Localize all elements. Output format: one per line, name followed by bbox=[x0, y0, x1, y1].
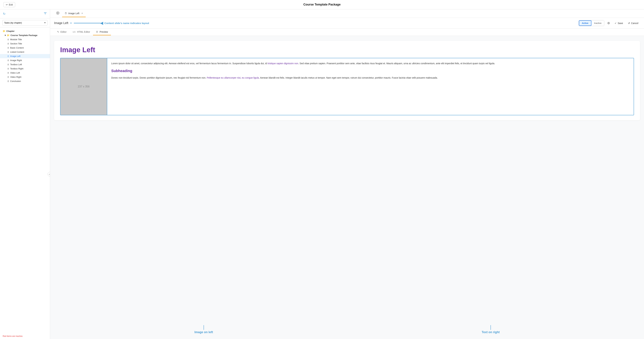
inactive-toggle-button[interactable]: Inactive bbox=[592, 20, 604, 26]
annotation-label-image-left: Image on left bbox=[194, 331, 213, 334]
sidebar-select-wrapper: Tasks (by chapter) bbox=[0, 18, 50, 27]
sidebar-tree: 📁 Chapter ▾ 📁 Course Template Package 🗒 … bbox=[0, 27, 50, 333]
sidebar-item-image-right[interactable]: 🗒 Image Right bbox=[0, 58, 50, 62]
annotation-line-right bbox=[490, 325, 491, 330]
para1-before: Lorem ipsum dolor sit amet, consectetur … bbox=[111, 62, 268, 65]
tab-label: Image Left bbox=[68, 12, 79, 15]
sidebar-item-label: Image Right bbox=[10, 59, 22, 61]
sidebar-chapter-root[interactable]: 📁 Chapter bbox=[0, 29, 50, 33]
svg-point-1 bbox=[57, 12, 58, 13]
file-icon: 🗒 bbox=[7, 80, 9, 82]
sidebar-item-label: Video Right bbox=[10, 76, 22, 78]
para2-before: Donec non tincidunt turpis. Donec portti… bbox=[111, 76, 207, 79]
sidebar-toolbar-icons: ↻ bbox=[3, 12, 6, 16]
folder-icon: 📁 bbox=[7, 34, 10, 36]
status-toggle: Active Inactive bbox=[579, 20, 604, 26]
file-icon: 🗒 bbox=[7, 59, 9, 61]
preview-scroll-area: Image Left 237 x 356 Lorem ipsum dolor s… bbox=[50, 36, 644, 339]
image-placeholder: 237 x 356 bbox=[60, 58, 107, 115]
exit-button[interactable]: ↩ Exit bbox=[3, 2, 15, 7]
tab-preview[interactable]: 🗒 Preview bbox=[93, 29, 111, 35]
html-icon: </> bbox=[73, 31, 76, 33]
arrow-shaft bbox=[74, 23, 100, 23]
sidebar-item-label: Basic Content bbox=[10, 46, 24, 49]
sidebar: ↻ Tasks (by chapter) 📁 Chapter ▾ 📁 Cours… bbox=[0, 9, 50, 339]
sidebar-item-label: Module Title bbox=[10, 38, 22, 41]
para1-link: tristique sapien dignissim non bbox=[268, 62, 298, 65]
editor-tabs: ✎ Editor </> HTML Editor 🗒 Preview bbox=[50, 28, 644, 36]
settings-gear-button[interactable]: ⚙ bbox=[606, 21, 611, 26]
para2-after: . Aenean blandit est felis. Integer blan… bbox=[259, 76, 438, 79]
tab-editor[interactable]: ✎ Editor bbox=[54, 29, 70, 35]
preview-card: Image Left 237 x 356 Lorem ipsum dolor s… bbox=[54, 41, 640, 120]
sidebar-item-label: Course Template Package bbox=[10, 34, 38, 36]
exit-icon: ↩ bbox=[6, 3, 8, 6]
text-content: Lorem ipsum dolor sit amet, consectetur … bbox=[107, 58, 634, 115]
file-icon: 🗒 bbox=[7, 47, 9, 49]
text-paragraph-1: Lorem ipsum dolor sit amet, consectetur … bbox=[111, 61, 630, 65]
annotation-line-left bbox=[204, 325, 204, 330]
file-icon: 🗒 bbox=[7, 43, 9, 45]
active-toggle-button[interactable]: Active bbox=[579, 20, 592, 26]
filter-icon-button[interactable] bbox=[43, 11, 47, 16]
sidebar-toolbar: ↻ bbox=[0, 9, 50, 18]
text-paragraph-2: Donec non tincidunt turpis. Donec portti… bbox=[111, 76, 630, 80]
preview-icon: 🗒 bbox=[96, 31, 98, 33]
arrow-head-icon: ◀ bbox=[100, 21, 103, 25]
tab-home[interactable] bbox=[54, 9, 62, 18]
slide-name: Image Left bbox=[54, 21, 68, 25]
tab-close-button[interactable]: ✕ bbox=[81, 12, 83, 14]
save-button[interactable]: ✓ Save bbox=[613, 21, 625, 25]
image-text-layout: 237 x 356 Lorem ipsum dolor sit amet, co… bbox=[60, 58, 634, 115]
file-icon: 🗒 bbox=[7, 68, 9, 70]
slide-header: Image Left ✏ ◀ Content slide's name indi… bbox=[50, 18, 644, 28]
sidebar-item-listed-content[interactable]: 🗒 Listed Content bbox=[0, 50, 50, 54]
sidebar-item-label: Textbox Right bbox=[10, 67, 24, 70]
arrow-line: ◀ bbox=[74, 21, 103, 25]
sidebar-item-image-left[interactable]: 🗒 Image Left bbox=[0, 54, 50, 58]
sidebar-item-label: Listed Content bbox=[10, 51, 24, 53]
sidebar-item-basic-content[interactable]: 🗒 Basic Content bbox=[0, 46, 50, 50]
chapter-label: Chapter bbox=[6, 30, 14, 32]
sidebar-item-label: Image Left bbox=[10, 55, 20, 57]
exit-label: Exit bbox=[9, 3, 13, 6]
html-editor-tab-label: HTML Editor bbox=[77, 30, 90, 33]
edit-icon-button[interactable]: ✏ bbox=[70, 21, 72, 25]
sidebar-item-video-left[interactable]: 🗒 Video Left bbox=[0, 71, 50, 75]
sidebar-item-conclusion[interactable]: 🗒 Conclusion bbox=[0, 79, 50, 83]
preview-area: Image Left 237 x 356 Lorem ipsum dolor s… bbox=[50, 36, 644, 325]
page-title: Course Template Package bbox=[304, 3, 341, 6]
expand-icon: ▾ bbox=[5, 34, 6, 36]
slide-actions: Active Inactive ⚙ ✓ Save ↺ Cancel bbox=[579, 20, 640, 26]
sidebar-item-label: Textbox Left bbox=[10, 63, 22, 66]
preview-tab-label: Preview bbox=[100, 30, 108, 33]
tab-image-left[interactable]: 🗒 Image Left ✕ bbox=[62, 10, 86, 17]
preview-title: Image Left bbox=[60, 46, 634, 54]
annotation-text: Content slide's name indicates layout bbox=[104, 22, 149, 24]
annotation-arrow: ◀ Content slide's name indicates layout bbox=[74, 21, 149, 25]
file-icon: 🗒 bbox=[7, 72, 9, 74]
para1-after: . Sed vitae pretium sapien. Praesent por… bbox=[298, 62, 495, 65]
cancel-button[interactable]: ↺ Cancel bbox=[626, 21, 640, 25]
annotation-label-text-right: Text on right bbox=[482, 331, 500, 334]
top-bar-left: ↩ Exit bbox=[3, 2, 15, 7]
refresh-icon-button[interactable]: ↻ bbox=[3, 12, 6, 16]
editor-pencil-icon: ✎ bbox=[57, 30, 59, 33]
sidebar-item-textbox-right[interactable]: 🗒 Textbox Right bbox=[0, 66, 50, 71]
bottom-annotation: Image on left Text on right bbox=[50, 325, 644, 339]
sidebar-item-label: Video Left bbox=[10, 71, 20, 74]
subheading: Subheading bbox=[111, 68, 630, 74]
sidebar-item-textbox-left[interactable]: 🗒 Textbox Left bbox=[0, 62, 50, 66]
save-label: Save bbox=[618, 22, 623, 24]
file-icon: 🗒 bbox=[7, 76, 9, 78]
sidebar-item-course-template[interactable]: ▾ 📁 Course Template Package bbox=[0, 33, 50, 37]
tab-html-editor[interactable]: </> HTML Editor bbox=[70, 29, 93, 35]
sidebar-item-video-right[interactable]: 🗒 Video Right bbox=[0, 75, 50, 79]
folder-icon: 📁 bbox=[3, 30, 5, 32]
tab-file-icon: 🗒 bbox=[65, 12, 67, 14]
sidebar-item-module-title[interactable]: 🗒 Module Title bbox=[0, 37, 50, 41]
sidebar-item-label: Section Title bbox=[10, 42, 22, 45]
sidebar-item-section-title[interactable]: 🗒 Section Title bbox=[0, 41, 50, 46]
content-area: 🗒 Image Left ✕ Image Left ✏ ◀ Content sl… bbox=[50, 9, 644, 339]
tasks-select[interactable]: Tasks (by chapter) bbox=[2, 20, 48, 25]
